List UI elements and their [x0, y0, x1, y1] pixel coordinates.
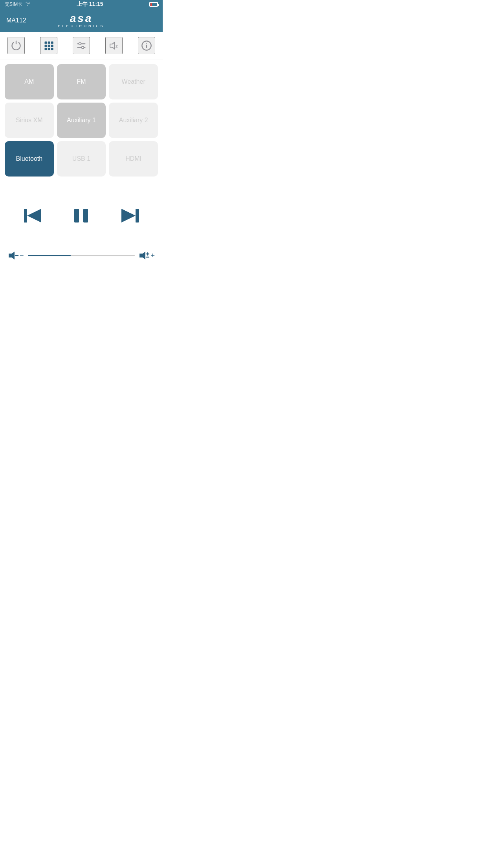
svg-rect-8: [51, 48, 53, 50]
svg-rect-7: [48, 48, 50, 50]
svg-rect-18: [24, 209, 27, 223]
svg-rect-1: [48, 42, 50, 44]
info-button[interactable]: [138, 37, 155, 54]
volume-plus-label: +: [150, 252, 155, 260]
svg-marker-26: [139, 252, 145, 259]
source-aux2-button[interactable]: Auxiliary 2: [109, 103, 158, 138]
svg-rect-5: [51, 45, 53, 47]
nav-toolbar: Z: [0, 32, 163, 59]
source-aux1-button[interactable]: Auxiliary 1: [57, 103, 106, 138]
svg-rect-0: [45, 42, 47, 44]
status-left: 无SIM卡: [5, 1, 30, 8]
model-label: MA112: [6, 17, 26, 24]
carrier-text: 无SIM卡: [5, 1, 22, 8]
volume-row: − +: [8, 250, 155, 261]
svg-point-12: [82, 46, 84, 49]
volume-down-button[interactable]: −: [8, 250, 24, 261]
source-weather-button[interactable]: Weather: [109, 64, 158, 99]
pause-button[interactable]: [70, 205, 92, 226]
volume-minus-label: −: [20, 252, 24, 260]
prev-button[interactable]: [22, 205, 43, 226]
svg-rect-4: [48, 45, 50, 47]
volume-up-button[interactable]: +: [139, 250, 155, 261]
svg-rect-3: [45, 45, 47, 47]
next-button[interactable]: [119, 205, 141, 226]
source-fm-button[interactable]: FM: [57, 64, 106, 99]
svg-rect-23: [136, 209, 139, 223]
source-am-button[interactable]: AM: [5, 64, 54, 99]
source-sirius-button[interactable]: Sirius XM: [5, 103, 54, 138]
playback-area: − +: [0, 181, 163, 273]
svg-point-17: [146, 44, 147, 44]
power-button[interactable]: [7, 37, 25, 54]
grid-button[interactable]: [40, 37, 57, 54]
volume-fill: [28, 255, 71, 256]
volume-slider[interactable]: [28, 255, 135, 256]
battery-icon: [149, 2, 158, 7]
playback-controls: [8, 205, 155, 226]
svg-rect-20: [74, 209, 79, 223]
source-usb1-button[interactable]: USB 1: [57, 141, 106, 177]
source-bluetooth-button[interactable]: Bluetooth: [5, 141, 54, 177]
svg-rect-2: [51, 42, 53, 44]
wifi-icon: [25, 2, 30, 7]
svg-marker-13: [110, 42, 115, 49]
svg-marker-24: [9, 252, 15, 259]
status-bar: 无SIM卡 上午 11:15: [0, 0, 163, 9]
status-time: 上午 11:15: [77, 1, 103, 8]
status-right: [149, 2, 158, 7]
mute-button[interactable]: Z: [105, 37, 123, 54]
svg-rect-6: [45, 48, 47, 50]
logo-sub-text: ELECTRONICS: [58, 24, 105, 28]
svg-marker-19: [27, 209, 41, 223]
app-logo: asa ELECTRONICS: [58, 13, 105, 28]
svg-point-11: [79, 42, 81, 45]
source-hdmi-button[interactable]: HDMI: [109, 141, 158, 177]
logo-asa-text: asa: [58, 13, 105, 24]
svg-marker-22: [121, 209, 136, 223]
app-header: MA112 asa ELECTRONICS: [0, 9, 163, 32]
svg-rect-21: [83, 209, 88, 223]
source-grid: AM FM Weather Sirius XM Auxiliary 1 Auxi…: [0, 59, 163, 181]
equalizer-button[interactable]: [73, 37, 90, 54]
svg-text:Z: Z: [116, 44, 118, 48]
